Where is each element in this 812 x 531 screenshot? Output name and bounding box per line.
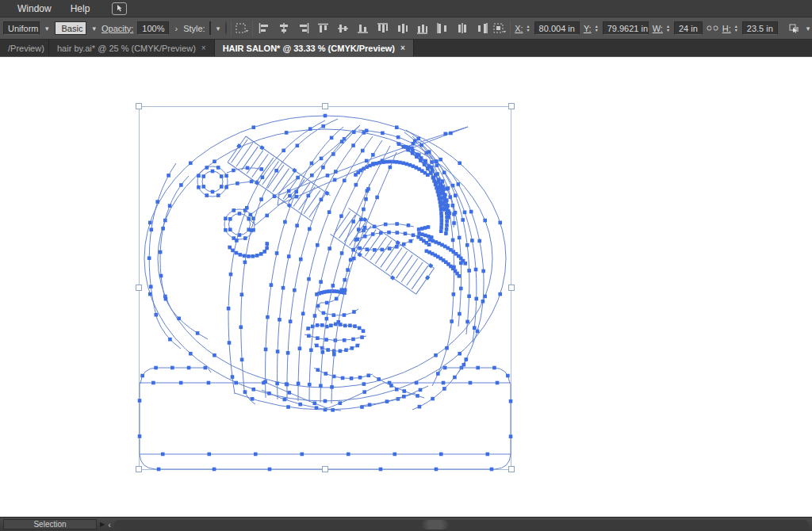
align-v-middle-icon[interactable] bbox=[336, 21, 350, 36]
selection-handles bbox=[136, 104, 515, 472]
y-input[interactable]: 79.9621 in bbox=[603, 21, 649, 35]
selection-handle-e[interactable] bbox=[509, 285, 515, 291]
align-right-icon[interactable] bbox=[297, 21, 311, 36]
x-stepper[interactable]: ▴▾ bbox=[527, 25, 530, 32]
document-tab-strip: /Preview) × hair by.ai* @ 25 % (CMYK/Pre… bbox=[0, 40, 812, 57]
logo-oval[interactable] bbox=[144, 114, 506, 403]
menu-help[interactable]: Help bbox=[63, 2, 98, 16]
document-tab-label: /Preview) bbox=[8, 44, 44, 53]
status-display-select[interactable]: Selection bbox=[3, 519, 97, 529]
stroke-profile-chevron-icon[interactable]: ▾ bbox=[44, 25, 51, 32]
selection-handle-nw[interactable] bbox=[136, 104, 142, 109]
separator bbox=[510, 21, 511, 36]
selection-handle-w[interactable] bbox=[136, 285, 142, 291]
menu-bar: Window Help bbox=[0, 0, 812, 17]
document-tab-label: hair by.ai* @ 25 % (CMYK/Preview) bbox=[57, 44, 196, 53]
brush-chevron-icon[interactable]: ▾ bbox=[90, 25, 98, 32]
selection-handle-sw[interactable] bbox=[136, 467, 142, 472]
style-swatch[interactable] bbox=[209, 21, 211, 35]
artwork-svg bbox=[0, 57, 812, 517]
h-input[interactable]: 23.5 in bbox=[742, 21, 778, 35]
dist-right-icon[interactable] bbox=[475, 21, 489, 36]
document-tab[interactable]: /Preview) × bbox=[0, 40, 49, 56]
document-tab[interactable]: hair by.ai* @ 25 % (CMYK/Preview) × bbox=[49, 40, 215, 56]
opacity-more-icon[interactable]: › bbox=[173, 24, 179, 33]
tab-close-icon[interactable]: × bbox=[201, 44, 206, 52]
status-selection-label: Selection bbox=[33, 520, 66, 529]
tab-close-icon[interactable]: × bbox=[400, 44, 405, 52]
brush-definition-select[interactable]: Basic bbox=[55, 21, 87, 35]
dist-h-center-icon[interactable] bbox=[455, 21, 469, 36]
opacity-label[interactable]: Opacity: bbox=[102, 24, 133, 33]
select-similar-icon[interactable] bbox=[236, 21, 248, 36]
align-to-artboard-icon[interactable] bbox=[493, 21, 506, 36]
y-stepper[interactable]: ▴▾ bbox=[596, 25, 598, 32]
opacity-input[interactable]: 100% bbox=[137, 21, 169, 35]
scroll-left-arrow-icon[interactable]: ‹ bbox=[108, 521, 111, 529]
y-label[interactable]: Y: bbox=[584, 24, 592, 33]
style-chevron-icon[interactable]: ▾ bbox=[215, 25, 222, 32]
selection-handle-se[interactable] bbox=[509, 467, 515, 472]
banner-ribbon[interactable] bbox=[138, 366, 513, 472]
w-stepper[interactable]: ▴▾ bbox=[667, 25, 669, 32]
dist-bottom-icon[interactable] bbox=[416, 21, 430, 36]
scrollbar-thumb[interactable] bbox=[422, 520, 449, 529]
style-label: Style: bbox=[183, 24, 205, 33]
w-label[interactable]: W: bbox=[653, 24, 663, 33]
recolor-artwork-icon[interactable] bbox=[225, 21, 227, 35]
h-label[interactable]: H: bbox=[722, 24, 731, 33]
arrange-documents-icon[interactable] bbox=[112, 2, 127, 15]
document-tab[interactable]: HAIR SALON* @ 33.33 % (CMYK/Preview) × bbox=[215, 40, 414, 56]
menu-window[interactable]: Window bbox=[10, 2, 59, 16]
selection-handle-n[interactable] bbox=[323, 104, 328, 109]
stroke-profile-select[interactable]: Uniform bbox=[3, 21, 40, 35]
artboard-canvas[interactable] bbox=[0, 57, 812, 517]
align-icon-group bbox=[257, 21, 489, 36]
document-tab-label: HAIR SALON* @ 33.33 % (CMYK/Preview) bbox=[223, 44, 395, 53]
align-bottom-icon[interactable] bbox=[356, 21, 370, 36]
selection-handle-ne[interactable] bbox=[509, 104, 515, 109]
dist-v-center-icon[interactable] bbox=[396, 21, 410, 36]
selection-handle-s[interactable] bbox=[323, 467, 328, 472]
brush-name: Basic bbox=[62, 24, 83, 33]
align-h-center-icon[interactable] bbox=[277, 21, 291, 36]
align-left-icon[interactable] bbox=[257, 21, 271, 36]
dist-left-icon[interactable] bbox=[435, 21, 450, 36]
control-bar: Uniform ▾ Basic ▾ Opacity: 100% › Style:… bbox=[0, 17, 812, 40]
selection-bounding-box bbox=[140, 107, 511, 470]
h-stepper[interactable]: ▴▾ bbox=[735, 25, 737, 32]
w-input[interactable]: 24 in bbox=[674, 21, 703, 35]
align-top-icon[interactable] bbox=[316, 21, 331, 36]
separator bbox=[252, 21, 253, 36]
x-input[interactable]: 80.004 in bbox=[534, 21, 580, 35]
status-menu-arrow-icon[interactable]: ▶ bbox=[100, 521, 105, 528]
hair-salon-logo-artwork[interactable] bbox=[138, 114, 513, 472]
comb[interactable] bbox=[225, 134, 437, 297]
transform-options-chevron-icon[interactable]: ▾ bbox=[805, 25, 812, 32]
horizontal-scrollbar[interactable] bbox=[114, 520, 809, 529]
status-bar: Selection ▶ ‹ bbox=[0, 517, 812, 531]
dist-top-icon[interactable] bbox=[376, 21, 390, 36]
constrain-proportions-broken-link-icon[interactable] bbox=[707, 21, 718, 36]
x-label[interactable]: X: bbox=[515, 24, 523, 33]
transform-options-icon[interactable] bbox=[788, 21, 801, 36]
separator bbox=[231, 21, 232, 36]
